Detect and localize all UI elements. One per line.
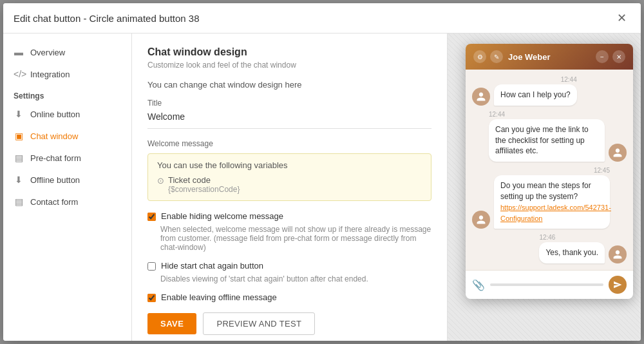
sidebar-item-overview[interactable]: ▬ Overview — [3, 41, 131, 63]
minimize-icon[interactable]: − — [596, 50, 609, 63]
modal-overlay: Edit chat button - Circle animated butto… — [0, 0, 644, 344]
modal-body: ▬ Overview </> Integration Settings ⬇ On… — [3, 33, 641, 341]
var-name: Ticket code — [168, 175, 240, 185]
form-note: You can change chat window design here — [147, 80, 431, 90]
sidebar-label-integration: Integration — [30, 70, 70, 79]
online-button-icon: ⬇ — [14, 109, 24, 119]
chat-header-controls: − ✕ — [596, 50, 625, 63]
sidebar-label-contact-form: Contact form — [30, 197, 78, 207]
integration-icon: </> — [14, 69, 24, 79]
save-button[interactable]: SAVE — [147, 313, 196, 334]
chat-message-4: 12:46 Yes, thank you. — [472, 234, 627, 263]
chat-link[interactable]: https://support.ladesk.com/542731-Config… — [500, 204, 611, 222]
welcome-message-label: Welcome message — [147, 139, 431, 148]
title-label: Title — [147, 99, 431, 108]
preview-button[interactable]: PREVIEW AND TEST — [203, 312, 315, 335]
overview-icon: ▬ — [14, 47, 24, 57]
agent-name: Joe Weber — [508, 52, 551, 62]
message-time-4: 12:46 — [539, 234, 605, 241]
checkbox-hide-start-row: Hide start chat again button — [147, 261, 431, 271]
bubble-wrap-3: 12:45 Do you mean the steps for setting … — [494, 167, 610, 229]
avatar-1 — [472, 88, 490, 106]
chat-header: ⚙ ✎ Joe Weber − ✕ — [466, 44, 633, 70]
message-bubble-4: Yes, thank you. — [539, 242, 605, 263]
bubble-wrap-2: 12:44 Can you give me the link to the ch… — [489, 111, 605, 162]
message-bubble-2: Can you give me the link to the checklis… — [489, 119, 605, 162]
title-value: Welcome — [147, 111, 431, 129]
chat-header-icons: ⚙ ✎ — [473, 50, 503, 63]
avatar-2 — [609, 144, 627, 162]
chat-header-left: ⚙ ✎ Joe Weber — [473, 50, 551, 63]
checkbox-offline[interactable] — [147, 294, 156, 302]
settings-section-label: Settings — [3, 85, 131, 103]
chat-body: 12:44 How can I help you? 12:44 Can — [466, 70, 633, 270]
checkbox-offline-row: Enable leaving offline message — [147, 292, 431, 302]
chat-footer: 📎 — [466, 270, 633, 299]
chat-message-1: 12:44 How can I help you? — [472, 76, 627, 106]
avatar-4 — [609, 245, 627, 263]
sidebar-item-chat-window[interactable]: ▣ Chat window — [3, 125, 131, 147]
sidebar: ▬ Overview </> Integration Settings ⬇ On… — [3, 33, 132, 341]
sidebar-item-online-button[interactable]: ⬇ Online button — [3, 103, 131, 125]
section-title: Chat window design — [147, 46, 431, 58]
send-button[interactable] — [609, 276, 627, 294]
sidebar-label-online-button: Online button — [30, 110, 80, 119]
chat-widget: ⚙ ✎ Joe Weber − ✕ — [466, 44, 633, 299]
contact-form-icon: ▤ — [14, 196, 24, 207]
message-time-1: 12:44 — [494, 76, 577, 83]
close-button[interactable]: ✕ — [613, 11, 630, 25]
message-time-3: 12:45 — [494, 167, 610, 174]
offline-button-icon: ⬇ — [14, 175, 24, 185]
variable-item: ⊙ Ticket code {$conversationCode} — [157, 175, 422, 194]
checkbox-hide-welcome[interactable] — [147, 213, 156, 221]
avatar-3 — [472, 211, 490, 229]
attachment-icon[interactable]: 📎 — [472, 279, 485, 291]
pre-chat-icon: ▤ — [14, 153, 24, 163]
modal-title: Edit chat button - Circle animated butto… — [14, 13, 200, 24]
sidebar-item-pre-chat[interactable]: ▤ Pre-chat form — [3, 147, 131, 169]
sidebar-item-contact-form[interactable]: ▤ Contact form — [3, 191, 131, 213]
sidebar-item-integration[interactable]: </> Integration — [3, 63, 131, 85]
checkbox-hide-start[interactable] — [147, 262, 156, 271]
sidebar-label-overview: Overview — [30, 48, 65, 57]
message-bubble-3: Do you mean the steps for setting up the… — [494, 175, 610, 229]
sidebar-label-pre-chat: Pre-chat form — [30, 153, 81, 163]
footer-buttons: SAVE PREVIEW AND TEST — [147, 312, 431, 335]
pencil-icon[interactable]: ✎ — [490, 50, 503, 63]
modal-header: Edit chat button - Circle animated butto… — [3, 3, 641, 33]
message-bubble-1: How can I help you? — [494, 84, 577, 106]
bubble-wrap-1: 12:44 How can I help you? — [494, 76, 577, 106]
checkbox-offline-label: Enable leaving offline message — [161, 292, 277, 302]
chat-message-3: 12:45 Do you mean the steps for setting … — [472, 167, 627, 229]
gear-icon[interactable]: ⚙ — [473, 50, 486, 63]
checkbox-hide-start-desc: Disables viewing of 'start chat again' b… — [160, 274, 431, 283]
modal: Edit chat button - Circle animated butto… — [3, 3, 641, 341]
sidebar-label-chat-window: Chat window — [30, 131, 78, 141]
variables-box: You can use the following variables ⊙ Ti… — [147, 153, 431, 201]
variables-title: You can use the following variables — [157, 160, 422, 170]
section-subtitle: Customize look and feel of the chat wind… — [147, 61, 431, 70]
sidebar-item-offline-button[interactable]: ⬇ Offline button — [3, 169, 131, 191]
checkbox-hide-welcome-row: Enable hiding welcome message — [147, 211, 431, 221]
sidebar-label-offline-button: Offline button — [30, 175, 80, 185]
circle-check-icon: ⊙ — [157, 176, 164, 186]
checkbox-hide-welcome-label: Enable hiding welcome message — [161, 211, 283, 221]
bubble-wrap-4: 12:46 Yes, thank you. — [539, 234, 605, 263]
close-chat-icon[interactable]: ✕ — [612, 50, 625, 63]
main-content: Chat window design Customize look and fe… — [132, 33, 448, 341]
checkbox-hide-start-label: Hide start chat again button — [161, 261, 263, 271]
checkbox-hide-welcome-desc: When selected, welcome message will not … — [160, 225, 431, 252]
chat-input-bar[interactable] — [490, 283, 603, 286]
chat-window-icon: ▣ — [14, 131, 24, 141]
chat-message-2: 12:44 Can you give me the link to the ch… — [472, 111, 627, 162]
var-code: {$conversationCode} — [168, 185, 240, 194]
message-time-2: 12:44 — [489, 111, 605, 118]
preview-pane: ⚙ ✎ Joe Weber − ✕ — [448, 33, 641, 341]
